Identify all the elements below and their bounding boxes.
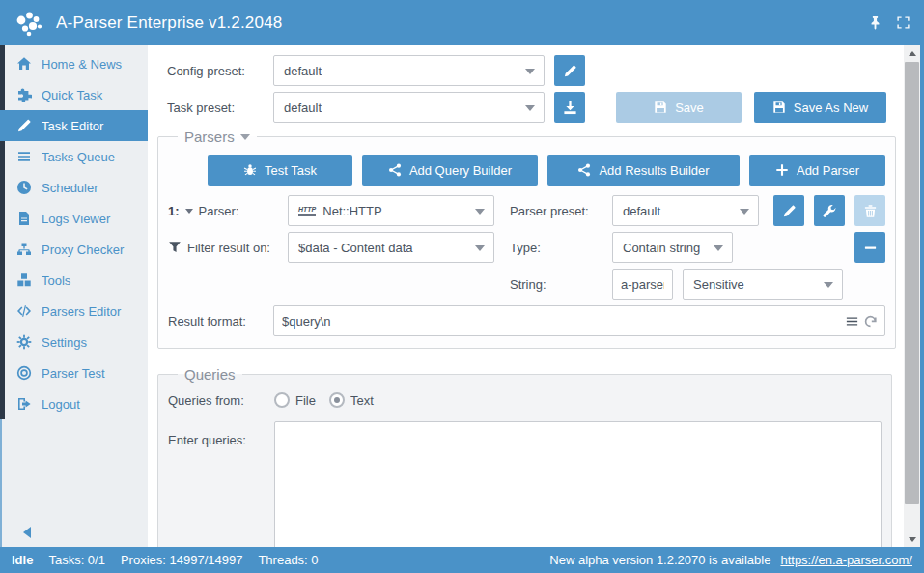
share-nodes-icon — [577, 163, 591, 177]
title-bar: A-Parser Enterprise v1.2.2048 — [0, 0, 924, 45]
home-icon — [16, 56, 32, 72]
vertical-scrollbar[interactable] — [904, 45, 920, 547]
task-preset-label: Task preset: — [167, 100, 273, 115]
filter-string-input[interactable] — [612, 269, 673, 300]
queries-section-legend: Queries — [178, 366, 242, 383]
filter-type-select[interactable]: Contain string — [612, 232, 733, 263]
code-icon — [16, 303, 32, 319]
queries-from-text-radio[interactable] — [329, 392, 345, 408]
queries-textarea[interactable] — [274, 421, 882, 547]
cubes-icon — [16, 272, 32, 288]
filter-case-select[interactable]: Sensitive — [683, 269, 843, 300]
remove-filter-button[interactable] — [854, 232, 885, 263]
task-preset-value: default — [284, 100, 322, 115]
add-query-builder-button[interactable]: Add Query Builder — [362, 155, 538, 186]
add-parser-button[interactable]: Add Parser — [749, 155, 885, 186]
logout-icon — [16, 396, 32, 412]
save-icon — [772, 100, 786, 114]
sidebar-item-scheduler[interactable]: Scheduler — [0, 172, 148, 203]
parser-preset-select[interactable]: default — [612, 195, 759, 226]
scroll-up-arrow[interactable] — [904, 45, 920, 61]
sidebar-item-label: Task Editor — [42, 119, 103, 133]
filter-field-value: $data - Content data — [298, 241, 413, 255]
filter-field-select[interactable]: $data - Content data — [288, 232, 494, 263]
sidebar-item-quick-task[interactable]: Quick Task — [0, 79, 148, 110]
update-link[interactable]: https://en.a-parser.com/ — [780, 553, 912, 567]
sidebar-item-label: Scheduler — [42, 181, 98, 195]
filter-string-label: String: — [510, 277, 612, 292]
filter-icon — [168, 241, 182, 254]
trash-icon — [863, 204, 878, 218]
result-format-input[interactable] — [273, 305, 885, 336]
status-bar: Idle Tasks: 0/1 Proxies: 14997/14997 Thr… — [0, 547, 924, 573]
sidebar: Home & News Quick Task Task Editor Tasks… — [0, 45, 148, 547]
template-list-icon[interactable] — [845, 314, 859, 329]
save-icon — [654, 100, 667, 114]
fullscreen-icon[interactable] — [896, 15, 910, 30]
sidebar-item-logout[interactable]: Logout — [0, 388, 148, 419]
sidebar-item-label: Proxy Checker — [42, 243, 124, 257]
window-right-border — [920, 45, 924, 547]
parser-options-button[interactable] — [814, 195, 845, 226]
parser-preset-label: Parser preset: — [510, 204, 612, 218]
chevron-down-icon[interactable] — [185, 209, 193, 214]
parser-select[interactable]: HTTP Net::HTTP — [288, 195, 494, 226]
chevron-down-icon — [525, 105, 535, 111]
sidebar-item-task-editor[interactable]: Task Editor — [0, 110, 148, 141]
plus-icon — [775, 163, 789, 177]
a-parser-logo-icon — [14, 8, 44, 39]
edit-parser-preset-button[interactable] — [773, 195, 804, 226]
status-tasks: Tasks: 0/1 — [48, 553, 105, 567]
pin-icon[interactable] — [868, 15, 882, 30]
queries-from-file-label: File — [295, 393, 316, 408]
reset-icon[interactable] — [863, 314, 878, 329]
filter-string-row: String: Sensitive — [168, 269, 885, 300]
sidebar-item-parser-test[interactable]: Parser Test — [0, 358, 148, 388]
parsers-legend-label: Parsers — [184, 129, 235, 145]
pencil-icon — [563, 64, 577, 78]
task-editor-panel: Config preset: default Task preset: defa… — [148, 45, 904, 547]
wrench-icon — [823, 204, 837, 218]
sidebar-item-label: Parser Test — [42, 366, 105, 381]
task-preset-select[interactable]: default — [273, 92, 545, 123]
edit-config-preset-button[interactable] — [554, 55, 585, 86]
sidebar-item-settings[interactable]: Settings — [0, 327, 148, 358]
add-results-builder-label: Add Results Builder — [599, 163, 709, 178]
save-as-new-button[interactable]: Save As New — [754, 92, 886, 123]
http-parser-icon: HTTP — [298, 206, 316, 216]
test-task-button[interactable]: Test Task — [208, 155, 352, 186]
collapse-sidebar-arrow[interactable] — [23, 527, 31, 538]
test-task-label: Test Task — [265, 163, 317, 178]
result-format-row: Result format: — [168, 305, 885, 336]
app-title: A-Parser Enterprise v1.2.2048 — [56, 14, 282, 33]
puzzle-icon — [16, 87, 32, 102]
parsers-section-legend[interactable]: Parsers — [178, 129, 257, 145]
sidebar-item-proxy-checker[interactable]: Proxy Checker — [0, 234, 148, 265]
queries-section: Queries Queries from: File Text Enter qu… — [157, 366, 892, 547]
queries-legend-label: Queries — [184, 366, 236, 383]
parser-row-index: 1: — [168, 204, 180, 218]
minus-icon — [863, 241, 878, 255]
scroll-down-arrow[interactable] — [904, 531, 920, 547]
scrollbar-thumb[interactable] — [905, 62, 919, 504]
sidebar-item-logs-viewer[interactable]: Logs Viewer — [0, 203, 148, 234]
sidebar-item-tools[interactable]: Tools — [0, 265, 148, 296]
status-threads: Threads: 0 — [258, 553, 318, 567]
save-button[interactable]: Save — [616, 92, 742, 123]
status-state: Idle — [12, 553, 33, 567]
chevron-down-icon — [475, 245, 485, 251]
chevron-down-icon — [714, 245, 723, 251]
download-icon — [563, 100, 577, 115]
parsers-section: Parsers Test Task Add Query Builder Add … — [157, 129, 896, 349]
add-results-builder-button[interactable]: Add Results Builder — [547, 155, 740, 186]
delete-parser-button[interactable] — [854, 195, 885, 226]
config-preset-select[interactable]: default — [273, 55, 545, 86]
save-button-label: Save — [675, 100, 704, 115]
sidebar-item-tasks-queue[interactable]: Tasks Queue — [0, 141, 148, 172]
sidebar-item-home-news[interactable]: Home & News — [0, 48, 148, 79]
sidebar-item-parsers-editor[interactable]: Parsers Editor — [0, 296, 148, 327]
config-preset-value: default — [284, 64, 322, 78]
filter-row: Filter result on: $data - Content data T… — [168, 232, 885, 263]
queries-from-file-radio[interactable] — [274, 392, 290, 408]
import-task-preset-button[interactable] — [554, 92, 585, 123]
